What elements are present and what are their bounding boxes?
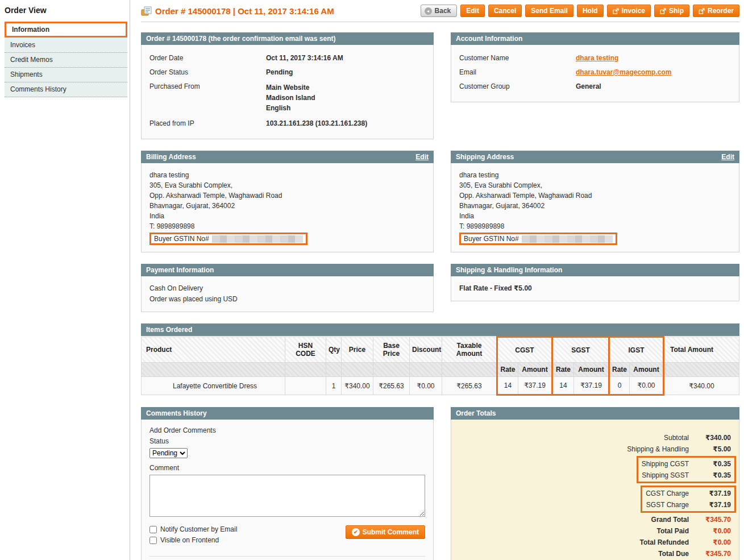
item-total: ₹340.00 — [664, 377, 739, 395]
action-buttons: ◄ Back Edit Cancel Send Email Hold Invoi… — [421, 5, 739, 17]
visible-frontend-checkbox[interactable] — [149, 537, 157, 544]
sidebar-item-comments-history[interactable]: Comments History — [5, 82, 127, 97]
status-label: Status — [149, 437, 425, 445]
col-hsn: HSN CODE — [285, 337, 326, 363]
total-row-total-paid: Total Paid ₹0.00 — [657, 525, 731, 537]
comments-divider — [149, 556, 425, 557]
customer-group-label: Customer Group — [459, 82, 576, 90]
order-date-label: Order Date — [149, 54, 266, 62]
col-total: Total Amount — [664, 337, 739, 363]
col-igst-rate: Rate — [609, 363, 630, 377]
submit-comment-button[interactable]: ✔ Submit Comment — [346, 525, 425, 539]
customer-name-link[interactable]: dhara testing — [576, 54, 618, 62]
shipping-handling-title: Shipping & Handling Information — [456, 266, 562, 274]
total-row-total-due: Total Due ₹345.70 — [658, 548, 731, 559]
col-cgst-rate: Rate — [497, 363, 518, 377]
popup-window-icon — [699, 8, 705, 14]
item-discount: ₹0.00 — [410, 377, 442, 395]
payment-info-panel: Payment Information Cash On Delivery Ord… — [141, 264, 434, 312]
col-sgst-rate: Rate — [552, 363, 574, 377]
customer-name-label: Customer Name — [459, 54, 576, 62]
order-totals-title: Order Totals — [456, 409, 496, 417]
comment-textarea[interactable] — [149, 475, 425, 517]
shipping-address-panel: Shipping Address Edit dhara testing 305,… — [451, 151, 739, 252]
notify-customer-option: Notify Customer by Email — [149, 525, 237, 533]
col-igst-group: IGST — [609, 337, 664, 363]
col-sgst-group: SGST — [552, 337, 609, 363]
payment-info-title: Payment Information — [146, 266, 214, 274]
add-order-comments-label: Add Order Comments — [149, 426, 425, 434]
item-sgst-rate: 14 — [552, 377, 574, 395]
edit-button[interactable]: Edit — [460, 5, 485, 17]
invoice-button[interactable]: Invoice — [607, 5, 651, 17]
reorder-button[interactable]: Reorder — [693, 5, 739, 17]
col-taxable: Taxable Amount — [442, 337, 497, 363]
sidebar: Order View Information Invoices Credit M… — [0, 0, 130, 560]
col-price: Price — [342, 337, 373, 363]
billing-address-panel: Billing Address Edit dhara testing 305, … — [141, 151, 434, 252]
purchased-from-value: Main Website Madison Island English — [266, 82, 425, 113]
col-cgst-amount: Amount — [518, 363, 552, 377]
status-select[interactable]: Pending — [149, 448, 188, 458]
send-email-button[interactable]: Send Email — [525, 5, 573, 17]
popup-window-icon — [660, 8, 666, 14]
total-row-sgst-charge: SGST Charge ₹37.19 — [646, 499, 731, 511]
item-cgst-rate: 14 — [497, 377, 518, 395]
shipping-gstin-highlight: Buyer GSTIN No# — [459, 233, 617, 245]
total-row-subtotal: Subtotal ₹340.00 — [664, 432, 731, 443]
billing-address-title: Billing Address — [146, 153, 196, 161]
notify-customer-checkbox[interactable] — [149, 526, 157, 533]
shipping-address-title: Shipping Address — [456, 153, 514, 161]
col-cgst-group: CGST — [497, 337, 552, 363]
item-igst-amount: ₹0.00 — [630, 377, 664, 395]
visible-frontend-option: Visible on Frontend — [149, 536, 237, 544]
total-row-shipping-cgst: Shipping CGST ₹0.35 — [642, 458, 731, 470]
total-row-shipping-handling: Shipping & Handling ₹5.00 — [627, 443, 731, 455]
placed-ip-value: 103.21.161.238 (103.21.161.238) — [266, 119, 425, 127]
back-arrow-icon: ◄ — [425, 7, 432, 15]
billing-edit-link[interactable]: Edit — [415, 153, 429, 161]
sidebar-item-invoices[interactable]: Invoices — [5, 38, 127, 53]
customer-email-label: Email — [459, 68, 576, 76]
col-discount: Discount — [410, 337, 442, 363]
payment-method: Cash On Delivery — [149, 283, 425, 294]
sidebar-item-information[interactable]: Information — [5, 22, 127, 38]
items-table: Product HSN CODE Qty Price Base Price Di… — [141, 336, 739, 396]
order-status-label: Order Status — [149, 68, 266, 76]
shipping-tax-highlight: Shipping CGST ₹0.35 Shipping SGST ₹0.35 — [637, 456, 736, 483]
ship-button[interactable]: Ship — [654, 5, 689, 17]
item-base-price: ₹265.63 — [373, 377, 410, 395]
popup-window-icon — [613, 8, 619, 14]
col-sgst-amount: Amount — [574, 363, 609, 377]
shipping-gstin-redacted — [522, 235, 613, 243]
billing-gstin-label: Buyer GSTIN No# — [154, 235, 209, 243]
billing-gstin-redacted — [212, 235, 303, 243]
total-row-grand-total: Grand Total ₹345.70 — [651, 514, 731, 525]
order-totals-panel: Order Totals Subtotal ₹340.00 Shipping &… — [451, 407, 739, 560]
payment-currency-note: Order was placed using USD — [149, 294, 425, 305]
account-info-title: Account Information — [456, 35, 522, 43]
billing-gstin-highlight: Buyer GSTIN No# — [149, 233, 307, 245]
shipping-handling-panel: Shipping & Handling Information Flat Rat… — [451, 264, 739, 301]
sidebar-item-shipments[interactable]: Shipments — [5, 68, 127, 82]
hold-button[interactable]: Hold — [577, 5, 604, 17]
items-ordered-title: Items Ordered — [146, 326, 192, 334]
col-product: Product — [142, 337, 285, 363]
shipping-gstin-label: Buyer GSTIN No# — [464, 235, 519, 243]
gst-charge-highlight: CGST Charge ₹37.19 SGST Charge ₹37.19 — [641, 486, 736, 513]
comments-history-panel: Comments History Add Order Comments Stat… — [141, 407, 434, 560]
sidebar-title: Order View — [5, 6, 127, 15]
order-view-page: Order View Information Invoices Credit M… — [0, 0, 744, 560]
items-ordered-panel: Items Ordered Product HSN CODE Qty Price… — [141, 323, 739, 396]
cancel-button[interactable]: Cancel — [488, 5, 522, 17]
purchased-from-label: Purchased From — [149, 82, 266, 113]
order-info-title: Order # 145000178 (the order confirmatio… — [146, 35, 335, 43]
back-button[interactable]: ◄ Back — [421, 5, 458, 17]
item-product: Lafayette Convertible Dress — [142, 377, 285, 395]
comments-history-title: Comments History — [146, 409, 207, 417]
shipping-edit-link[interactable]: Edit — [721, 153, 734, 161]
customer-email-link[interactable]: dhara.tuvar@magecomp.com — [576, 68, 671, 76]
item-cgst-amount: ₹37.19 — [518, 377, 552, 395]
check-circle-icon: ✔ — [352, 528, 360, 536]
sidebar-item-credit-memos[interactable]: Credit Memos — [5, 53, 127, 68]
